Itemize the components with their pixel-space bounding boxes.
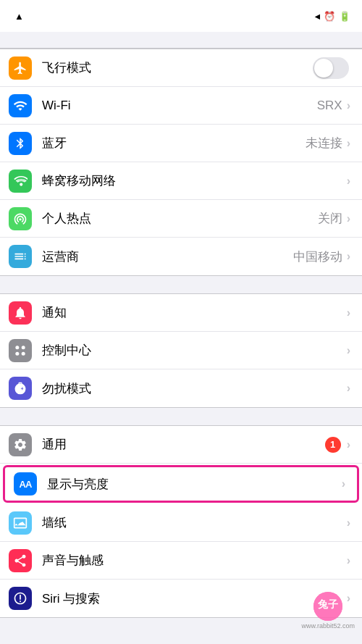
status-bar: ▲ ◂ ⏰ 🔋 xyxy=(0,0,362,32)
cellular-chevron: › xyxy=(347,175,350,188)
display-chevron: › xyxy=(342,477,345,490)
settings-row-general[interactable]: 通用1› xyxy=(0,426,362,464)
display-label: 显示与亮度 xyxy=(47,476,342,493)
display-icon: AA xyxy=(14,472,37,495)
settings-row-airplane[interactable]: 飞行模式 xyxy=(0,49,362,87)
settings-row-wifi[interactable]: Wi-FiSRX› xyxy=(0,87,362,125)
svg-point-3 xyxy=(22,351,25,355)
hotspot-value: 关闭 xyxy=(318,210,342,227)
hotspot-label: 个人热点 xyxy=(42,210,318,227)
general-icon xyxy=(9,433,32,456)
settings-row-control-center[interactable]: 控制中心› xyxy=(0,332,362,369)
settings-row-do-not-disturb[interactable]: 勿扰模式› xyxy=(0,369,362,407)
svg-point-0 xyxy=(15,346,19,349)
status-left: ▲ xyxy=(12,11,24,22)
airplane-label: 飞行模式 xyxy=(42,59,313,76)
general-badge: 1 xyxy=(325,437,341,453)
bluetooth-value: 未连接 xyxy=(306,135,342,151)
cellular-icon xyxy=(9,170,32,193)
airplane-icon xyxy=(9,57,32,80)
settings-row-carrier[interactable]: 运营商中国移动› xyxy=(0,238,362,275)
notifications-chevron: › xyxy=(347,306,350,319)
settings-row-bluetooth[interactable]: 蓝牙未连接› xyxy=(0,125,362,162)
siri-icon xyxy=(9,587,32,610)
wifi-label: Wi-Fi xyxy=(42,99,317,113)
settings-row-wallpaper[interactable]: 墙纸› xyxy=(0,504,362,542)
nav-bar xyxy=(0,32,362,49)
carrier-value: 中国移动 xyxy=(293,248,342,265)
wallpaper-icon xyxy=(9,511,32,535)
wifi-chevron: › xyxy=(347,99,350,112)
notifications-label: 通知 xyxy=(42,304,347,321)
sounds-icon xyxy=(9,549,32,572)
settings-group-network: 飞行模式Wi-FiSRX›蓝牙未连接›蜂窝移动网络›个人热点关闭›运营商中国移动… xyxy=(0,49,362,276)
airplane-toggle[interactable] xyxy=(313,57,349,79)
status-right: ◂ ⏰ 🔋 xyxy=(315,11,350,22)
bluetooth-label: 蓝牙 xyxy=(42,135,306,151)
notifications-icon xyxy=(9,301,32,325)
bluetooth-icon xyxy=(9,132,32,155)
wallpaper-chevron: › xyxy=(347,517,350,530)
wifi-signal-icon: ▲ xyxy=(14,11,24,22)
settings-row-sounds[interactable]: 声音与触感› xyxy=(0,542,362,580)
wifi-icon xyxy=(9,94,32,117)
battery-icon: 🔋 xyxy=(339,11,350,22)
svg-point-2 xyxy=(15,351,19,355)
wallpaper-label: 墙纸 xyxy=(42,514,347,531)
sounds-label: 声音与触感 xyxy=(42,552,347,569)
settings-row-cellular[interactable]: 蜂窝移动网络› xyxy=(0,162,362,200)
svg-point-1 xyxy=(22,346,25,349)
wifi-value: SRX xyxy=(317,99,342,113)
sounds-chevron: › xyxy=(347,554,350,567)
hotspot-icon xyxy=(9,207,32,230)
settings-row-display[interactable]: AA显示与亮度› xyxy=(3,465,359,503)
watermark-logo: 兔子 xyxy=(313,592,342,621)
settings-content: 飞行模式Wi-FiSRX›蓝牙未连接›蜂窝移动网络›个人热点关闭›运营商中国移动… xyxy=(0,49,362,618)
control-center-chevron: › xyxy=(347,344,350,357)
alarm-icon: ⏰ xyxy=(324,11,335,22)
settings-group-notifications: 通知›控制中心›勿扰模式› xyxy=(0,293,362,408)
watermark-text: www.rabbit52.com xyxy=(301,622,355,630)
carrier-icon xyxy=(9,245,32,268)
location-icon: ◂ xyxy=(315,11,320,22)
do-not-disturb-label: 勿扰模式 xyxy=(42,380,347,397)
carrier-label: 运营商 xyxy=(42,248,293,265)
watermark: 兔子 www.rabbit52.com xyxy=(301,592,355,630)
settings-row-hotspot[interactable]: 个人热点关闭› xyxy=(0,200,362,238)
do-not-disturb-chevron: › xyxy=(347,382,350,395)
settings-group-display: 通用1›AA显示与亮度›墙纸›声音与触感›Siri 与搜索› xyxy=(0,425,362,618)
carrier-chevron: › xyxy=(347,250,350,263)
general-chevron: › xyxy=(347,438,350,451)
do-not-disturb-icon xyxy=(9,377,32,400)
control-center-icon xyxy=(9,339,32,362)
hotspot-chevron: › xyxy=(347,212,350,225)
settings-row-notifications[interactable]: 通知› xyxy=(0,294,362,332)
svg-text:兔子: 兔子 xyxy=(317,598,338,610)
bluetooth-chevron: › xyxy=(347,137,350,150)
control-center-label: 控制中心 xyxy=(42,342,347,359)
general-label: 通用 xyxy=(42,436,325,453)
cellular-label: 蜂窝移动网络 xyxy=(42,172,347,189)
